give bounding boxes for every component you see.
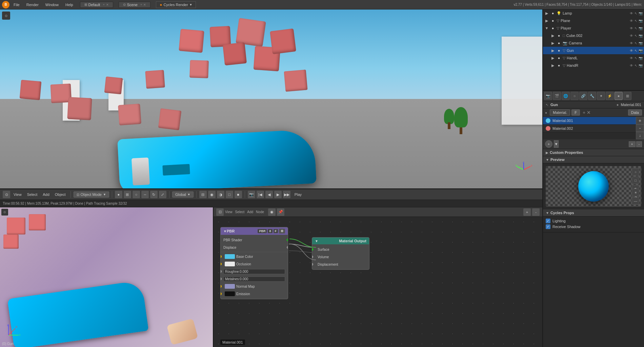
outliner-expand-handl[interactable]: ▶	[550, 56, 555, 60]
small-viewport[interactable]: X Y Z ⊙ (0) Gun	[0, 207, 214, 347]
lighting-checkbox[interactable]: ✓	[546, 219, 550, 223]
pbr-shader-out[interactable]	[287, 239, 288, 241]
player-render[interactable]: 📷	[639, 26, 643, 30]
play-fwd-icon[interactable]: ▶▶	[283, 191, 290, 198]
outliner-vis-plane[interactable]: ●	[550, 18, 555, 23]
object-menu[interactable]: Object	[53, 192, 68, 197]
outliner-item-handr[interactable]: ▶ ● ▽ HandR 👁 ↖ 📷	[543, 62, 644, 69]
pbr-basecolor-socket[interactable]	[220, 255, 222, 258]
pbr-emission-socket[interactable]	[220, 292, 222, 295]
outliner-vis-player[interactable]: ●	[550, 26, 555, 30]
lamp-render[interactable]: 📷	[639, 12, 643, 15]
player-cursor[interactable]: ↖	[635, 26, 637, 30]
outliner-item-player[interactable]: ▼ ● ▽ Player 👁 ↖ 📷	[543, 24, 644, 32]
workspace-add[interactable]: +	[103, 3, 104, 6]
material-slot-2[interactable]: Material.002	[543, 125, 636, 132]
plane-eye[interactable]: 👁	[630, 19, 633, 23]
pbr-normalmap-socket[interactable]	[220, 285, 222, 288]
outliner-expand-cube002[interactable]: ▶	[550, 33, 555, 38]
pbr-basecolor-swatch[interactable]	[225, 254, 235, 259]
outliner-item-cube002[interactable]: ▶ ● □ Cube.002 👁 ↖ 📷	[543, 32, 644, 39]
props-scene-icon[interactable]: 🎬	[553, 92, 561, 100]
mat-tab-material[interactable]: Material.	[550, 109, 570, 116]
mat-chevron-btn[interactable]: ▼	[554, 140, 559, 148]
workspace-close[interactable]: ✕	[106, 3, 109, 6]
outliner-vis-handl[interactable]: ●	[557, 56, 561, 60]
node-editor[interactable]: ⊡ View Select Add Node ◉ 📌 + -	[214, 207, 542, 347]
pbr-occlusion-socket[interactable]	[220, 263, 222, 265]
camera-cursor[interactable]: ↖	[635, 41, 637, 45]
props-world-icon[interactable]: 🌐	[562, 92, 570, 100]
output-displacement-socket[interactable]	[312, 263, 313, 266]
cube002-eye[interactable]: 👁	[630, 34, 633, 38]
handr-cursor[interactable]: ↖	[635, 64, 637, 67]
handr-eye[interactable]: 👁	[630, 64, 633, 67]
camera-name[interactable]: Camera	[569, 41, 582, 45]
rotate-icon[interactable]: ↻	[150, 191, 158, 198]
cube002-cursor[interactable]: ↖	[635, 34, 637, 38]
node-use-nodes[interactable]: ◉	[268, 208, 276, 216]
mat-add-btn[interactable]: +	[583, 110, 585, 115]
lamp-name[interactable]: Lamp	[563, 11, 572, 15]
mat-tab-f[interactable]: F	[571, 109, 580, 116]
menu-window[interactable]: Window	[43, 2, 61, 7]
scene-close[interactable]: ✕	[143, 3, 146, 6]
handl-cursor[interactable]: ↖	[635, 56, 637, 60]
render-preview-icon[interactable]: ◉	[208, 191, 216, 198]
cube002-render[interactable]: 📷	[639, 34, 643, 38]
mat-name-2[interactable]: Material.002	[552, 126, 633, 130]
props-physics-icon[interactable]: ⚡	[606, 92, 614, 100]
outliner-vis-gun[interactable]: ●	[557, 48, 561, 53]
global-dropdown[interactable]: Global ▼	[172, 191, 194, 198]
outliner-expand-camera[interactable]: ▶	[550, 41, 555, 45]
render-engine-dropdown[interactable]: ● Cycles Render ▼	[156, 1, 196, 8]
preview-btn-5[interactable]: ☀	[632, 189, 639, 196]
mat-tab-data[interactable]: Data	[628, 109, 642, 116]
mat-name-1[interactable]: Material.001	[552, 119, 633, 123]
handl-name[interactable]: HandL	[567, 56, 578, 60]
menu-render[interactable]: Render	[24, 2, 41, 7]
outliner-item-plane[interactable]: ▶ ● ▽ Plane 👁 ↖ 📷	[543, 17, 644, 24]
node-zoom-out[interactable]: -	[532, 208, 540, 216]
play-label[interactable]: Play	[295, 192, 302, 197]
node-canvas[interactable]: ▼ PBR PBR 8 F ⚙ PBR Shader	[214, 217, 542, 347]
camera-icon[interactable]: 📷	[248, 191, 255, 198]
transform-icon[interactable]: ↔	[141, 191, 149, 198]
gun-name[interactable]: Gun	[567, 48, 574, 53]
outliner-item-lamp[interactable]: ▶ ● 💡 Lamp 👁 ↖ 📷	[543, 9, 644, 17]
slot-down[interactable]: -	[636, 124, 644, 132]
pivot-icon[interactable]: ●	[115, 191, 122, 198]
cube002-name[interactable]: Cube.002	[566, 34, 583, 38]
preview-header[interactable]: ▼ Preview	[543, 156, 644, 163]
lamp-cursor[interactable]: ↖	[635, 12, 637, 15]
plane-render[interactable]: 📷	[639, 19, 643, 23]
props-texture-icon[interactable]: ⊞	[623, 92, 631, 100]
node-editor-icon[interactable]: ⊡	[216, 208, 224, 216]
receive-shadow-checkbox[interactable]: ✓	[546, 224, 550, 229]
preview-btn-2[interactable]: □	[632, 177, 639, 184]
select-menu[interactable]: Select	[25, 192, 40, 197]
output-surface-socket[interactable]	[312, 248, 313, 251]
menu-help[interactable]: Help	[63, 2, 76, 7]
cycles-props-header[interactable]: ▼ Cycles Props	[543, 209, 644, 217]
pbr-normalmap-swatch[interactable]	[225, 284, 235, 289]
outliner-vis-camera[interactable]: ●	[557, 41, 561, 45]
gun-eye[interactable]: 👁	[630, 49, 633, 53]
handr-name[interactable]: HandR	[567, 63, 578, 67]
timeline-icon[interactable]: |◀	[257, 191, 264, 198]
view-menu[interactable]: View	[12, 192, 24, 197]
pbr-label-btn[interactable]: PBR	[258, 229, 267, 233]
view-layers-icon[interactable]: ⊟	[199, 191, 207, 198]
mode-dropdown[interactable]: ⊡ Object Mode ▼	[74, 191, 109, 198]
handl-render[interactable]: 📷	[639, 56, 643, 60]
preview-btn-1[interactable]: ○	[632, 168, 639, 176]
shade-solid-icon[interactable]: ◑	[217, 191, 224, 198]
pbr-metalness-socket[interactable]	[220, 278, 222, 280]
pbr-metalness-field[interactable]: Metalnes:0.000	[223, 277, 285, 282]
pbr-roughness-field[interactable]: Roughne:0.000	[223, 269, 285, 274]
props-particles-icon[interactable]: ✦	[597, 92, 605, 100]
outliner-expand-player[interactable]: ▼	[544, 26, 549, 30]
outliner-expand-lamp[interactable]: ▶	[544, 11, 549, 16]
camera-render[interactable]: 📷	[639, 41, 643, 45]
play-icon[interactable]: ▶	[274, 191, 282, 198]
